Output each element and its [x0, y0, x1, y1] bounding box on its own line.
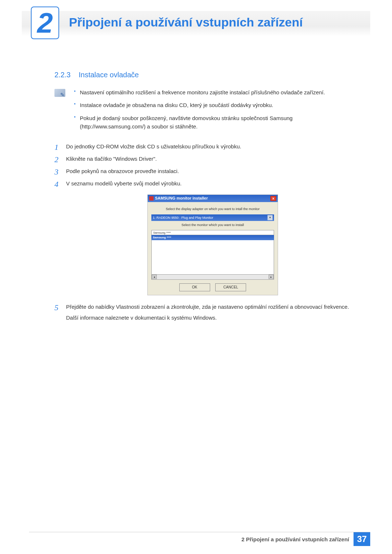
installer-buttons: OK CANCEL	[151, 283, 274, 291]
installer-title: SAMSUNG monitor installer	[155, 195, 208, 202]
cancel-button[interactable]: CANCEL	[215, 283, 246, 291]
installer-dialog: SAMSUNG monitor installer × Select the d…	[147, 194, 278, 295]
step-text: V seznamu modelů vyberte svůj model výro…	[66, 180, 181, 186]
installer-titlebar: SAMSUNG monitor installer ×	[148, 195, 278, 202]
footer-chapter-label: 2 Připojení a používání vstupních zaříze…	[241, 536, 354, 542]
section-heading: 2.2.3 Instalace ovladače	[54, 71, 359, 79]
monitor-list-body[interactable]	[151, 240, 274, 275]
section-number: 2.2.3	[54, 71, 70, 79]
step-number: 5	[54, 301, 58, 314]
app-icon	[149, 196, 154, 201]
chevron-down-icon[interactable]: ▾	[268, 215, 273, 220]
monitor-list-selected[interactable]: Samsung ****	[151, 235, 274, 240]
chapter-title: Připojení a používání vstupních zařízení	[69, 15, 303, 29]
scroll-left-icon[interactable]: ◂	[152, 275, 157, 279]
step-extra-text: Další informace naleznete v dokumentaci …	[66, 313, 359, 322]
scroll-right-icon[interactable]: ▸	[269, 275, 274, 279]
installer-body: Select the display adapter on which you …	[148, 202, 278, 295]
page-footer: 2 Připojení a používání vstupních zaříze…	[241, 532, 370, 546]
step-text: Klikněte na tlačítko "Windows Driver".	[66, 156, 157, 162]
step-number: 4	[54, 178, 58, 190]
note-icon	[54, 89, 65, 97]
step-item: 5 Přejděte do nabídky Vlastnosti zobraze…	[54, 303, 359, 322]
step-number: 1	[54, 141, 58, 153]
note-list: Nastavení optimálního rozlišení a frekve…	[72, 88, 359, 135]
adapter-selected: 1: RADEON 9550 : Plug and Play Monitor	[153, 215, 213, 220]
steps-list: 1 Do jednotky CD-ROM vložte disk CD s už…	[54, 142, 359, 322]
note-item: Pokud je dodaný soubor poškozený, navšti…	[72, 114, 359, 131]
step-text: Přejděte do nabídky Vlastnosti zobrazení…	[66, 304, 349, 310]
step-number: 3	[54, 165, 58, 178]
h-scrollbar[interactable]: ◂ ▸	[151, 275, 274, 280]
content-area: 2.2.3 Instalace ovladače Nastavení optim…	[54, 71, 359, 326]
step-text: Do jednotky CD-ROM vložte disk CD s uživ…	[66, 143, 241, 149]
note-block: Nastavení optimálního rozlišení a frekve…	[54, 88, 359, 135]
adapter-dropdown[interactable]: 1: RADEON 9550 : Plug and Play Monitor ▾	[151, 214, 274, 221]
step-item: 2 Klikněte na tlačítko "Windows Driver".	[54, 155, 359, 163]
ok-button[interactable]: OK	[179, 283, 210, 291]
chapter-number: 2	[37, 9, 53, 37]
close-icon[interactable]: ×	[270, 196, 276, 201]
step-item: 1 Do jednotky CD-ROM vložte disk CD s už…	[54, 142, 359, 151]
installer-prompt-adapter: Select the display adapter on which you …	[151, 206, 274, 212]
installer-prompt-monitor: Select the monitor which you want to ins…	[151, 222, 274, 227]
step-text: Podle pokynů na obrazovce proveďte insta…	[66, 168, 179, 174]
step-item: 4 V seznamu modelů vyberte svůj model vý…	[54, 179, 359, 295]
note-item: Nastavení optimálního rozlišení a frekve…	[72, 88, 359, 97]
section-title: Instalace ovladače	[79, 71, 139, 79]
monitor-list-header: Samsung ****	[151, 230, 274, 235]
step-item: 3 Podle pokynů na obrazovce proveďte ins…	[54, 167, 359, 176]
note-item: Instalace ovladače je obsažena na disku …	[72, 101, 359, 109]
page-number: 37	[354, 532, 370, 546]
chapter-badge: 2	[31, 7, 59, 39]
step-number: 2	[54, 153, 58, 166]
